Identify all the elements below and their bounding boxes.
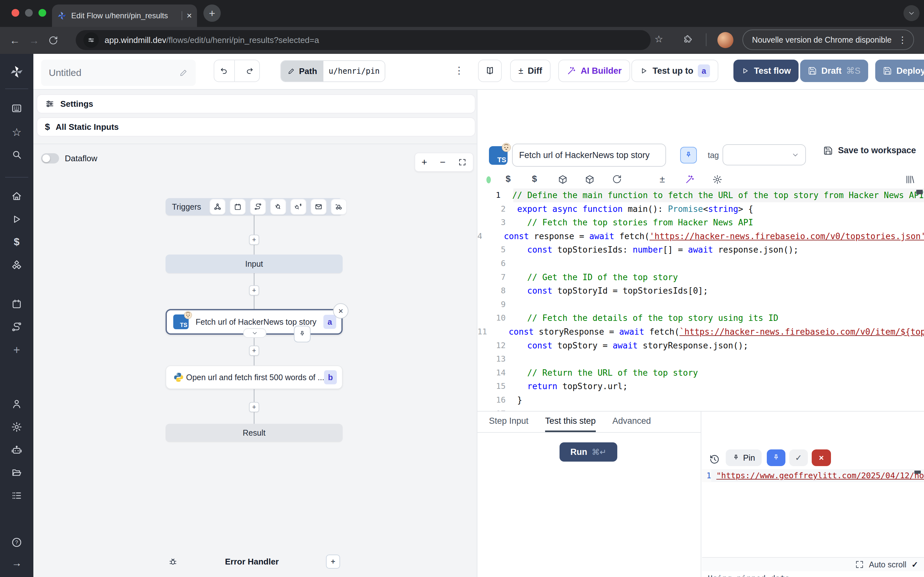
reload-icon[interactable] (44, 35, 63, 45)
zoom-in-icon[interactable]: + (422, 157, 427, 168)
confirm-pin-button[interactable]: ✓ (789, 450, 808, 466)
run-button[interactable]: Run ⌘↵ (559, 442, 617, 462)
sidebar-item-routes[interactable] (11, 321, 23, 333)
pinned-step-icon[interactable] (294, 326, 310, 342)
code-line[interactable]: 15 return topStory.url; (477, 380, 924, 393)
library-icon[interactable] (905, 174, 915, 185)
diff-button[interactable]: ± Diff (510, 60, 551, 82)
add-step-button[interactable]: + (249, 235, 259, 245)
resources-icon[interactable]: $ (532, 174, 537, 184)
editor-scrollbar[interactable] (916, 190, 923, 194)
docs-button[interactable] (478, 60, 502, 82)
sidebar-item-apps[interactable] (11, 103, 23, 114)
sidebar-item-variables[interactable]: $ (11, 236, 23, 247)
ai-builder-button[interactable]: AI Builder (558, 60, 630, 82)
sidebar-item-help[interactable]: ? (11, 537, 23, 548)
ai-wand-icon[interactable] (685, 174, 695, 185)
input-node[interactable]: Input (166, 255, 342, 273)
code-line[interactable]: 7 // Get the ID of the top story (477, 271, 924, 284)
poll-trigger-icon[interactable] (331, 199, 347, 215)
package-icon[interactable] (557, 174, 568, 185)
remove-step-icon[interactable]: × (333, 303, 349, 319)
websocket-trigger-icon[interactable] (270, 199, 286, 215)
add-step-button[interactable]: + (249, 402, 259, 412)
sidebar-item-resources[interactable] (11, 259, 23, 271)
browser-tab[interactable]: Edit Flow u/henri/pin_results × (52, 5, 197, 27)
code-line[interactable]: 12 const topStory = await storyResponse.… (477, 339, 924, 353)
auto-scroll-checkbox[interactable]: ✓ (911, 560, 918, 569)
bookmark-star-icon[interactable]: ☆ (654, 33, 663, 45)
test-flow-button[interactable]: Test flow (733, 60, 798, 82)
dataflow-toggle[interactable] (41, 153, 59, 163)
add-step-button[interactable]: + (249, 285, 259, 295)
expand-icon[interactable] (855, 560, 864, 569)
http-route-trigger-icon[interactable] (250, 199, 266, 215)
sidebar-item-add[interactable]: + (11, 344, 23, 356)
save-to-workspace-button[interactable]: Save to workspace (823, 145, 916, 155)
add-step-button[interactable]: + (249, 346, 259, 356)
step-name-input[interactable]: Fetch url of HackerNews top story (512, 143, 666, 167)
code-line[interactable]: 16} (477, 393, 924, 407)
redo-button[interactable] (239, 66, 259, 75)
tab-test-this-step[interactable]: Test this step (545, 416, 596, 432)
pinned-editor-scrollbar[interactable] (914, 471, 921, 474)
flow-name-input[interactable]: Untitled (41, 60, 196, 86)
more-options-kebab-icon[interactable]: ⋮ (454, 65, 464, 76)
code-line[interactable]: 11 const storyResponse = await fetch(`ht… (477, 325, 924, 339)
tab-search-button[interactable] (903, 5, 919, 21)
sidebar-item-settings[interactable] (11, 421, 23, 433)
sidebar-item-user[interactable] (11, 398, 23, 410)
step-b-node[interactable]: Open url and fetch first 500 words of ..… (166, 366, 342, 389)
sidebar-item-folders[interactable] (11, 467, 23, 478)
path-value[interactable]: u/henri/pin (323, 61, 384, 81)
window-zoom-button[interactable] (39, 9, 46, 17)
browser-menu-icon[interactable]: ⋮ (898, 35, 907, 45)
site-settings-icon[interactable] (83, 32, 99, 48)
code-line[interactable]: 13 (477, 352, 924, 366)
tag-dropdown[interactable] (722, 144, 806, 165)
email-trigger-icon[interactable] (310, 199, 326, 215)
zoom-out-icon[interactable]: − (440, 157, 446, 168)
edit-name-pencil-icon[interactable] (179, 68, 188, 77)
webhook-trigger-icon[interactable] (210, 199, 226, 215)
sidebar-expand-icon[interactable]: → (11, 557, 23, 569)
history-icon[interactable] (709, 454, 720, 465)
forward-icon[interactable]: → (24, 35, 44, 47)
variables-icon[interactable]: $ (506, 174, 511, 184)
draft-button[interactable]: Draft ⌘S (800, 60, 868, 82)
package-icon[interactable] (585, 174, 595, 185)
remove-pin-button[interactable]: × (812, 450, 831, 466)
profile-avatar[interactable] (717, 32, 733, 48)
back-icon[interactable]: ← (5, 35, 24, 47)
code-line[interactable]: 10 // Fetch the details of the top story… (477, 311, 924, 325)
reload-icon[interactable] (612, 174, 622, 184)
code-line[interactable]: 9 (477, 298, 924, 311)
collapse-step-icon[interactable] (243, 328, 266, 338)
flow-settings-row[interactable]: Settings (37, 94, 475, 113)
window-minimize-button[interactable] (25, 9, 33, 17)
editor-settings-gear-icon[interactable] (712, 174, 722, 185)
chrome-update-button[interactable]: Nouvelle version de Chrome disponible ⋮ (742, 29, 914, 50)
url-bar[interactable]: app.windmill.dev/flows/edit/u/henri/pin_… (76, 30, 651, 50)
sidebar-item-favorites[interactable]: ☆ (11, 126, 23, 138)
triggers-node[interactable]: Triggers (166, 198, 342, 215)
pinned-data-editor[interactable]: 1"https://www.geoffreylitt.com/2025/04/1… (702, 469, 924, 503)
sidebar-item-home[interactable] (11, 190, 23, 202)
code-line[interactable]: 3 // Fetch the top stories from Hacker N… (477, 216, 924, 229)
window-close-button[interactable] (11, 9, 19, 17)
code-line[interactable]: 1// Define the main function to fetch th… (477, 189, 924, 202)
all-static-inputs-row[interactable]: $ All Static Inputs (37, 117, 475, 137)
windmill-logo-icon[interactable] (10, 65, 24, 79)
pinned-active-button[interactable] (767, 450, 785, 466)
sidebar-item-search[interactable] (11, 149, 23, 160)
deploy-button[interactable]: Deploy (875, 60, 924, 82)
schedule-trigger-icon[interactable] (230, 199, 246, 215)
result-node[interactable]: Result (166, 424, 342, 442)
sidebar-item-runs[interactable] (11, 213, 23, 225)
fit-view-icon[interactable] (458, 158, 467, 166)
sidebar-item-schedules[interactable] (11, 298, 23, 309)
kafka-trigger-icon[interactable] (290, 199, 306, 215)
step-a-node[interactable]: TS Fetch url of HackerNews top story a × (166, 309, 342, 335)
extensions-icon[interactable] (683, 35, 692, 44)
code-line[interactable]: 4 const response = await fetch('https://… (477, 229, 924, 243)
